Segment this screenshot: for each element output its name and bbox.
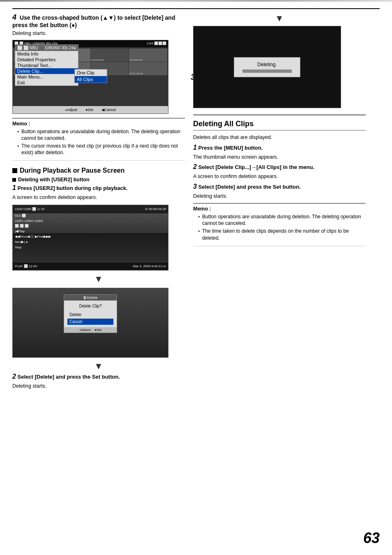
menu-item-media-info: Media Info (15, 51, 78, 57)
memo-box-top: Memo : Button operations are unavailable… (12, 118, 185, 161)
playback-step2-body: Deleting starts. (12, 383, 185, 390)
playback-step1: 1 Press [USER2] button during clip playb… (12, 184, 185, 192)
playback-bottom-hud: PLAY ⬜ 12.6V Mar 3. 2009 6:40:13 m (13, 263, 168, 270)
submenu-one-clip: One Clip (75, 69, 107, 76)
sub-menu: One Clip All Clips (74, 69, 107, 83)
submenu-all-clips: All Clips (75, 76, 107, 83)
playback-step2-num: 2 (12, 373, 16, 380)
menu-item-detailed: Detailed Properties (15, 57, 78, 62)
playback-step2-text: Select [Delete] and press the Set button… (18, 374, 120, 380)
page-number: 63 (363, 530, 380, 547)
menu-header-left: ⬜ ⬜ NBU (17, 46, 38, 50)
memo-title-all-clips: Memo : (193, 206, 366, 212)
delete-option-delete: Delete (67, 312, 113, 318)
all-clips-memo-item-1: Button operations are unavailable during… (198, 213, 366, 227)
bottom-set: ●Set (85, 108, 93, 112)
section-divider (193, 114, 366, 116)
all-clips-step2-body: A screen to confirm deletion appears. (193, 173, 366, 180)
controls-line-7: Stop (15, 245, 51, 250)
all-clips-memo-item-2: The time taken to delete clips depends o… (198, 228, 366, 241)
thumb-4: 00:10:00.00 (129, 49, 167, 62)
all-clips-step1-num: 1 (193, 144, 197, 151)
arrow-down-2: ▼ (12, 361, 185, 372)
dialog-bottom-select: ⬧Select (79, 328, 90, 332)
screen-bottom-bar: ⬧Adjust ●Set ◀Cancel (13, 106, 168, 113)
all-clips-step1: 1 Press the [MENU] button. (193, 144, 366, 151)
dialog-bottom-set: ●Set (95, 328, 101, 332)
playback-step1-text: Press [USER2] button during clip playbac… (18, 185, 128, 191)
delete-question: Delete Clip? (67, 302, 113, 310)
playback-step2: 2 Select [Delete] and press the Set butt… (12, 373, 185, 380)
section-square-icon (12, 168, 17, 173)
menu-item-delete-clip: Delete Clip... (15, 68, 78, 74)
deleting-all-clips-heading: Deleting All Clips (193, 120, 366, 131)
all-clips-step1-text: Press the [MENU] button. (198, 145, 263, 151)
hud-bar-left: 1920×1080 ⬜ 1/ 24 (15, 207, 45, 211)
thumbnail-screen: ⬜ ⬜ NBU 1080/60i 30s 24a 1/24 ⬜⬜⬜ 00:05:… (12, 40, 168, 114)
menu-item-thumbnail: Thumbnail Text... (15, 62, 78, 68)
deleting-all-clips-intro: Deletes all clips that are displayed. (193, 134, 366, 141)
delete-option-cancel: Cancel (67, 319, 113, 325)
menu-header-right: 1080/60i 30s 24a (44, 46, 76, 50)
playback-controls-overlay: GLb ⬜ USR1 USR2 USR3 ⬜ ⬜ ⬜ |◀Play ◀◀Revs… (15, 213, 51, 250)
deleting-with-user2-heading: Deleting with [USER2] button (12, 177, 185, 183)
memo-item-1: Button operations are unavailable during… (17, 128, 185, 141)
deleting-progress-bar (242, 69, 292, 73)
bottom-cancel: ◀Cancel (101, 108, 116, 112)
all-clips-step2: 2 Select [Delete Clip...]→[All Clips] in… (193, 163, 366, 171)
menu-item-exit: Exit (15, 80, 78, 86)
deleting-text: Deleting. (242, 62, 292, 67)
all-clips-step3: 3 Select [Delete] and press the Set butt… (193, 183, 366, 190)
bottom-hud-right: Mar 3. 2009 6:40:13 m (133, 264, 166, 268)
menu-item-main-menu: Main Menu... (15, 74, 78, 80)
deleting-dialog-box: Deleting. (234, 57, 300, 77)
deleting-screen: Deleting. (193, 26, 341, 108)
bottom-adjust: ⬧Adjust (65, 108, 77, 112)
hud-bar-right: tc 00:06:04.29 (145, 207, 166, 211)
step4-heading: 4 Use the cross-shaped button (▲▼) to se… (12, 13, 185, 28)
sub-section-square-icon (12, 178, 16, 182)
all-clips-step3-text: Select [Delete] and press the Set button… (198, 184, 301, 190)
step4-text: Use the cross-shaped button (▲▼) to sele… (12, 14, 175, 28)
memo-box-all-clips: Memo : Button operations are unavailable… (193, 203, 366, 246)
memo-item-2: The cursor moves to the next clip (or pr… (17, 143, 185, 156)
step4-number: 4 (12, 13, 16, 21)
arrow-down-1: ▼ (12, 274, 185, 284)
memo-title-top: Memo : (12, 121, 185, 127)
menu-header: ⬜ ⬜ NBU 1080/60i 30s 24a (15, 45, 78, 51)
hud-right: 1/24 ⬜⬜⬜ (147, 42, 166, 45)
step4-body: Deleting starts. (12, 30, 185, 37)
delete-dialog-box: 🗑Delete Delete Clip? Delete Cancel ⬧Sele… (64, 294, 117, 333)
all-clips-step2-text: Select [Delete Clip...]→[All Clips] in t… (198, 164, 314, 170)
controls-line-4: |◀Play (15, 229, 51, 234)
all-clips-step3-num: 3 (193, 183, 197, 190)
thumb-time-3: 00:09:30.00 (91, 59, 104, 61)
during-playback-heading: During Playback or Pause Screen (12, 167, 185, 174)
all-clips-step1-body: The thumbnail menu screen appears. (193, 154, 366, 161)
right-arrow-container: ▼ (193, 13, 366, 24)
delete-dialog-title: 🗑Delete (64, 295, 117, 301)
thumb-time-4: 00:10:00.00 (129, 59, 143, 61)
delete-confirm-screen: 🗑Delete Delete Clip? Delete Cancel ⬧Sele… (12, 288, 168, 358)
controls-line-3: ⬜ ⬜ ⬜ (15, 224, 51, 229)
controls-line-2: USR1 USR2 USR3 (15, 219, 51, 224)
thumb-time-8: 00:21:30.00 (129, 72, 143, 75)
all-clips-step2-num: 2 (193, 163, 197, 170)
playback-step1-num: 1 (12, 184, 16, 191)
thumb-8: 00:21:30.00 (129, 62, 167, 75)
all-clips-step3-body: Deleting starts. (193, 193, 366, 200)
deleting-with-user2-text: Deleting with [USER2] button (18, 177, 90, 183)
context-menu: ⬜ ⬜ NBU 1080/60i 30s 24a Media Info Deta… (15, 44, 78, 86)
right-arrow-down: ▼ (193, 13, 366, 24)
playback-step1-body: A screen to confirm deletion appears. (12, 194, 185, 201)
controls-line-1: GLb ⬜ (15, 213, 51, 219)
delete-dialog-body: Delete Clip? Delete Cancel (64, 301, 117, 327)
playback-hud-bar: 1920×1080 ⬜ 1/ 24 tc 00:06:04.29 (13, 205, 168, 213)
during-playback-title: During Playback or Pause Screen (20, 167, 125, 174)
controls-line-5: ◀◀Revs◀ ⓘ ▶Fwd▶▶▶ (15, 234, 51, 240)
thumb-3: 00:09:30.00 (91, 49, 129, 62)
controls-line-6: Next▶| ● (15, 240, 51, 245)
delete-dialog-bottom-bar: ⬧Select ●Set (64, 327, 117, 333)
bottom-hud-left: PLAY ⬜ 12.6V (15, 264, 37, 268)
playback-screen-mockup: 1920×1080 ⬜ 1/ 24 tc 00:06:04.29 GLb ⬜ U… (12, 205, 168, 271)
